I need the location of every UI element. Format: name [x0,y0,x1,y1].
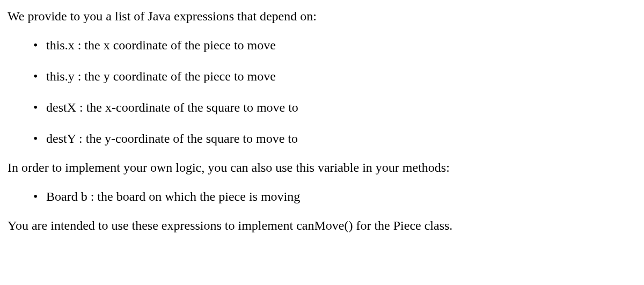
middle-paragraph: In order to implement your own logic, yo… [8,158,636,177]
list-item: Board b : the board on which the piece i… [33,187,636,206]
list-item: destY : the y-coordinate of the square t… [33,129,636,148]
list-item: this.x : the x coordinate of the piece t… [33,35,636,55]
list-item: destX : the x-coordinate of the square t… [33,98,636,117]
outro-paragraph: You are intended to use these expression… [8,216,636,235]
expressions-list: this.x : the x coordinate of the piece t… [8,35,636,148]
variables-list: Board b : the board on which the piece i… [8,187,636,206]
list-item: this.y : the y coordinate of the piece t… [33,67,636,86]
intro-paragraph: We provide to you a list of Java express… [8,6,636,26]
